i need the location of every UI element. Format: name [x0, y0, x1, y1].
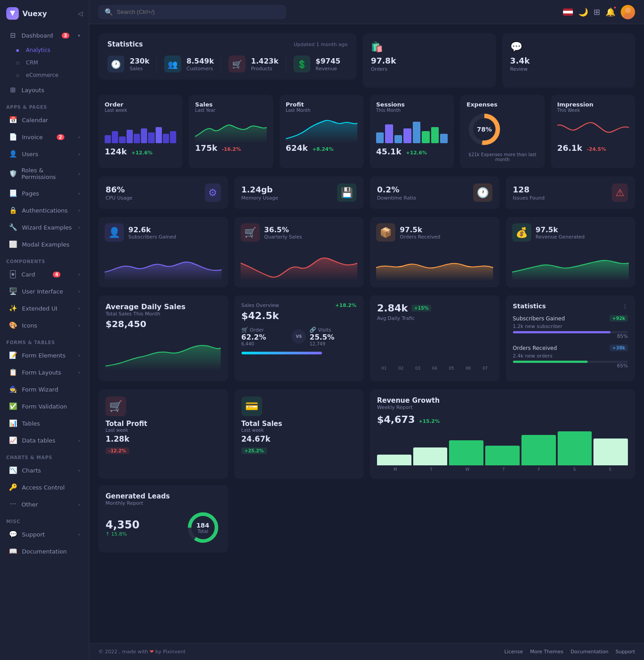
order-chart [105, 116, 176, 143]
sc-subscribers-metric: Subscribers Gained +92k 1.2k new subscri… [513, 315, 628, 339]
sidebar-item-auth[interactable]: 🔒 Authentications › [3, 202, 86, 218]
sidebar-item-data-tables[interactable]: 📈 Data tables › [3, 432, 86, 448]
search-input[interactable] [117, 9, 280, 15]
stat-sales-value: 230k [130, 57, 149, 65]
traffic-bar-03: 03 [411, 365, 425, 370]
rev-val: $4,673 [377, 414, 415, 425]
sc-subscribers-pct: 85% [513, 333, 628, 339]
sidebar-item-charts[interactable]: 📉 Charts › [3, 462, 86, 478]
grid-icon[interactable]: ⊞ [593, 7, 600, 17]
logo-text: Vuexy [22, 9, 47, 18]
users-icon: 👤 [9, 150, 17, 158]
sc-orders-name: Orders Received [513, 345, 557, 351]
data-tables-arrow: › [78, 438, 80, 443]
support-label: Support [22, 531, 45, 538]
stats-title: Statistics [107, 40, 143, 48]
documentation-icon: 📖 [9, 547, 17, 555]
leads-title: Generated Leads [106, 492, 221, 500]
footer-link-license[interactable]: License [504, 649, 523, 655]
notification-badge [613, 6, 617, 9]
footer-link-themes[interactable]: More Themes [530, 649, 563, 655]
leads-value: 4,350 [106, 519, 140, 531]
traffic-bar-01: 01 [377, 365, 391, 370]
revenue-wave-chart [512, 245, 629, 281]
logo-icon [6, 7, 19, 20]
icons-icon: 🎨 [9, 321, 17, 329]
visits-icon-small: 🔗 [309, 327, 316, 333]
sidebar-item-form-wizard[interactable]: 🧙 Form Wizard [3, 381, 86, 397]
total-sales-change-badge: +25.2% [242, 447, 267, 454]
sales-change: -16.2% [222, 146, 241, 152]
total-sales-sub: Last week [242, 428, 357, 433]
stat-sales: 🕐 230k Sales [107, 55, 157, 72]
crm-label: CRM [26, 60, 38, 66]
sidebar-item-analytics[interactable]: Analytics [0, 44, 89, 56]
sc-orders-badge: +38k [610, 345, 628, 351]
sidebar-item-support[interactable]: 💬 Support › [3, 526, 86, 542]
sidebar-item-roles[interactable]: 🛡️ Roles & Permissions › [3, 163, 86, 184]
ecommerce-label: eCommerce [26, 72, 59, 78]
review-stat-card: 💬 3.4k Review [502, 33, 635, 88]
form-wizard-icon: 🧙 [9, 385, 17, 393]
user-avatar[interactable] [621, 5, 635, 19]
stat-products-icon: 🛒 [229, 55, 246, 72]
ui-icon: 🖥️ [9, 287, 17, 295]
language-flag-icon[interactable] [563, 9, 573, 16]
sidebar-item-form-elements[interactable]: 📝 Form Elements › [3, 347, 86, 363]
sidebar-item-extui[interactable]: ✨ Extended UI › [3, 300, 86, 316]
sidebar-item-other[interactable]: ··· Other › [3, 496, 86, 512]
sidebar-item-card[interactable]: 🃏 Card 4 › [3, 266, 86, 282]
sidebar-item-documentation[interactable]: 📖 Documentation [3, 543, 86, 559]
profit-change-badge: -12.2% [106, 447, 129, 454]
impression-change: -24.5% [587, 146, 606, 152]
theme-toggle-icon[interactable]: 🌙 [578, 7, 588, 17]
calendar-label: Calendar [22, 117, 48, 123]
so-value: $42.5k [242, 310, 357, 321]
sidebar-item-dashboard[interactable]: ⊟ Dashboard 3 ▾ [3, 27, 86, 43]
access-label: Access Control [22, 484, 65, 491]
vs-circle: VS [292, 329, 306, 344]
sidebar-item-invoice[interactable]: 📄 Invoice 2 › [3, 129, 86, 145]
dashboard-icon: ⊟ [9, 31, 17, 39]
rev-sub: Weekly Report [377, 405, 628, 410]
wizard-label: Wizard Examples [22, 224, 72, 231]
sidebar-item-pages[interactable]: 📃 Pages › [3, 185, 86, 201]
notifications-icon[interactable]: 🔔 [606, 7, 615, 17]
subscribers-wave-chart [105, 245, 222, 281]
card-badge: 4 [53, 272, 60, 277]
sidebar-item-ui[interactable]: 🖥️ User Interface › [3, 283, 86, 299]
sidebar-item-layouts[interactable]: ⊞ Layouts [3, 82, 86, 98]
system-cards-grid: 86% CPU Usage ⚙️ 1.24gb Memory Usage 💾 0… [98, 176, 635, 209]
quarterly-wave-icon: 🛒 [241, 223, 260, 242]
sc-dots-icon[interactable]: ⋮ [622, 303, 628, 310]
sidebar-item-users[interactable]: 👤 Users › [3, 146, 86, 162]
sc-subscribers-sub: 1.2k new subscriber [513, 324, 628, 329]
sidebar-item-access[interactable]: 🔑 Access Control [3, 479, 86, 495]
sc-orders-sub: 2.4k new orders [513, 353, 628, 359]
memory-label: Memory Usage [242, 195, 279, 201]
sidebar-collapse-button[interactable]: ◁ [78, 10, 83, 17]
sidebar-item-form-layouts[interactable]: 📋 Form Layouts › [3, 364, 86, 380]
sidebar-item-form-validation[interactable]: ✅ Form Validation [3, 398, 86, 414]
sidebar-item-icons[interactable]: 🎨 Icons › [3, 317, 86, 333]
modal-icon: ⬜ [9, 240, 17, 248]
cpu-label: CPU Usage [106, 195, 132, 201]
header: 🔍 🌙 ⊞ 🔔 [89, 0, 644, 24]
sidebar-item-tables[interactable]: 📊 Tables [3, 415, 86, 431]
card-icon: 🃏 [9, 270, 17, 278]
daily-sales-value: $28,450 [106, 319, 221, 329]
sidebar-item-crm[interactable]: CRM [0, 56, 89, 69]
memory-value: 1.24gb [242, 185, 279, 194]
dashboard-label: Dashboard [21, 32, 53, 39]
footer-link-support[interactable]: Support [616, 649, 635, 655]
footer: © 2022 , made with ❤️ by Pixinvent Licen… [89, 643, 644, 660]
sidebar-item-modal[interactable]: ⬜ Modal Examples [3, 236, 86, 252]
search-box[interactable]: 🔍 [98, 5, 286, 19]
sidebar-item-calendar[interactable]: 📅 Calendar [3, 112, 86, 128]
expenses-card-title: Expenses [466, 101, 538, 108]
sidebar-item-ecommerce[interactable]: eCommerce [0, 69, 89, 81]
orders-stat-card: 🛍️ 97.8k Orders [363, 33, 496, 88]
layouts-label: Layouts [21, 87, 44, 94]
footer-link-docs[interactable]: Documentation [571, 649, 609, 655]
sidebar-item-wizard[interactable]: 🔧 Wizard Examples › [3, 219, 86, 235]
